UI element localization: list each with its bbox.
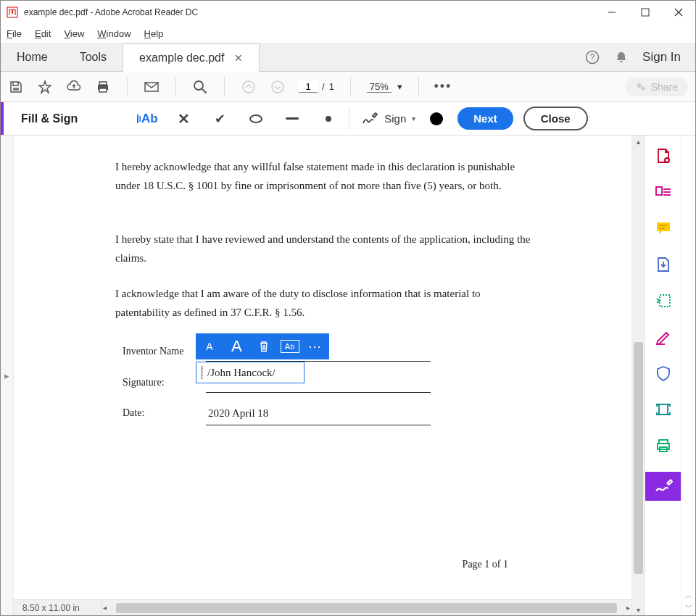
annotation-more-button[interactable]: ⋯ xyxy=(304,336,326,357)
share-button[interactable]: Share xyxy=(625,78,688,96)
tab-home[interactable]: Home xyxy=(1,43,64,71)
paragraph-3: I acknowledge that I am aware of the dut… xyxy=(115,284,536,322)
scroll-up-icon[interactable]: ▴ xyxy=(632,136,645,147)
drag-handle-icon[interactable] xyxy=(201,366,203,379)
chevron-down-icon: ▾ xyxy=(397,81,402,92)
scroll-right-icon[interactable]: ▸ xyxy=(626,604,630,612)
signature-label: Signature: xyxy=(123,377,165,388)
chevron-down-icon: ▾ xyxy=(412,115,415,122)
text-tool[interactable]: IAb xyxy=(138,110,156,128)
svg-rect-26 xyxy=(659,404,668,415)
line-tool[interactable] xyxy=(283,110,301,128)
tab-close-icon[interactable]: ✕ xyxy=(234,52,243,64)
decrease-text-button[interactable]: A xyxy=(199,336,220,357)
app-window: example dec.pdf - Adobe Acrobat Reader D… xyxy=(0,0,696,616)
svg-line-12 xyxy=(202,89,206,93)
text-annotation-toolbar: A A Ab ⋯ xyxy=(196,333,329,359)
page-indicator: / 1 xyxy=(299,81,334,93)
menu-edit[interactable]: Edit xyxy=(35,28,51,39)
pdf-page[interactable]: I hereby acknowledge that any willful fa… xyxy=(14,136,631,599)
tab-tools[interactable]: Tools xyxy=(64,43,123,71)
right-panel-toggle: ︿ ﹀ xyxy=(681,136,695,615)
color-picker[interactable] xyxy=(430,112,443,125)
main-toolbar: / 1 75% ▾ ••• Share xyxy=(1,72,695,102)
fill-sign-tool-icon[interactable] xyxy=(645,472,682,501)
page-current-input[interactable] xyxy=(299,81,318,93)
v-scroll-thumb[interactable] xyxy=(634,342,643,574)
titlebar: example dec.pdf - Adobe Acrobat Reader D… xyxy=(1,1,695,24)
create-pdf-icon[interactable] xyxy=(653,146,674,166)
inventor-name-label: Inventor Name xyxy=(123,346,183,357)
h-scroll-thumb[interactable] xyxy=(116,603,617,613)
zoom-value: 75% xyxy=(367,81,392,93)
checkmark-tool[interactable]: ✔ xyxy=(211,110,228,128)
menu-help[interactable]: Help xyxy=(144,28,164,39)
next-button[interactable]: Next xyxy=(457,107,513,130)
status-bar: 8.50 x 11.00 in ◂ ▸ xyxy=(14,599,631,615)
zoom-indicator[interactable]: 75% ▾ xyxy=(367,81,402,93)
menu-file[interactable]: File xyxy=(7,28,22,39)
print-tool-icon[interactable] xyxy=(653,436,674,456)
star-icon[interactable] xyxy=(37,79,53,95)
sign-button[interactable]: Sign ▾ xyxy=(361,110,415,128)
comment-icon[interactable] xyxy=(653,218,674,238)
content-area: ▸ I hereby acknowledge that any willful … xyxy=(1,136,695,615)
app-icon xyxy=(7,7,18,18)
left-panel-toggle[interactable]: ▸ xyxy=(1,136,14,615)
vertical-scrollbar[interactable]: ▴ ▾ xyxy=(631,136,645,615)
horizontal-scrollbar[interactable]: ◂ ▸ xyxy=(101,602,631,614)
delete-annotation-button[interactable] xyxy=(253,336,275,357)
cloud-icon[interactable] xyxy=(66,79,82,95)
tabbar: Home Tools example dec.pdf ✕ ? Sign In xyxy=(1,43,695,72)
scroll-left-icon[interactable]: ◂ xyxy=(103,604,107,612)
page-dimensions: 8.50 x 11.00 in xyxy=(14,603,101,613)
scan-ocr-icon[interactable] xyxy=(653,399,674,420)
menubar: File Edit View Window Help xyxy=(1,24,695,43)
page-sep: / xyxy=(322,81,325,92)
page-up-icon[interactable] xyxy=(241,79,257,95)
compress-icon[interactable] xyxy=(653,291,674,311)
tab-document-label: example dec.pdf xyxy=(139,51,224,64)
page-down-icon[interactable] xyxy=(270,79,286,95)
mail-icon[interactable] xyxy=(144,79,160,95)
signature-text-value: /John Hancock/ xyxy=(207,367,276,379)
more-icon[interactable]: ••• xyxy=(435,79,451,95)
save-icon[interactable] xyxy=(8,79,24,95)
maximize-button[interactable] xyxy=(629,1,662,24)
page-footer: Page 1 of 1 xyxy=(463,559,508,570)
signature-text-input[interactable]: /John Hancock/ xyxy=(196,362,304,383)
svg-rect-2 xyxy=(642,9,649,16)
svg-rect-9 xyxy=(99,88,107,92)
export-pdf-icon[interactable] xyxy=(653,254,674,275)
protect-icon[interactable] xyxy=(653,363,674,383)
bell-icon[interactable] xyxy=(613,49,629,65)
minimize-button[interactable] xyxy=(595,1,629,24)
close-window-button[interactable] xyxy=(662,1,695,24)
svg-point-15 xyxy=(637,83,642,88)
increase-text-button[interactable]: A xyxy=(225,336,247,357)
close-button[interactable]: Close xyxy=(523,107,588,130)
window-title: example dec.pdf - Adobe Acrobat Reader D… xyxy=(24,7,595,17)
print-icon[interactable] xyxy=(95,79,111,95)
paragraph-2: I hereby state that I have reviewed and … xyxy=(115,230,536,268)
chevron-up-icon[interactable]: ︿ xyxy=(685,591,692,601)
zoom-icon[interactable] xyxy=(192,79,208,95)
scroll-down-icon[interactable]: ▾ xyxy=(632,604,645,615)
svg-point-13 xyxy=(243,81,254,93)
organize-icon[interactable] xyxy=(653,182,674,202)
help-icon[interactable]: ? xyxy=(584,49,600,65)
chevron-down-icon[interactable]: ﹀ xyxy=(685,602,692,612)
edit-pdf-icon[interactable] xyxy=(653,327,674,347)
menu-window[interactable]: Window xyxy=(97,28,130,39)
dot-tool[interactable] xyxy=(320,110,337,128)
circle-tool[interactable] xyxy=(247,110,265,128)
tab-document[interactable]: example dec.pdf ✕ xyxy=(123,43,260,72)
svg-point-14 xyxy=(272,81,283,93)
menu-view[interactable]: View xyxy=(64,28,84,39)
text-style-button[interactable]: Ab xyxy=(281,340,299,353)
svg-rect-7 xyxy=(99,82,107,85)
x-mark-tool[interactable]: ✕ xyxy=(175,110,192,128)
signin-link[interactable]: Sign In xyxy=(642,50,681,64)
document-area: I hereby acknowledge that any willful fa… xyxy=(14,136,631,615)
right-toolbar xyxy=(645,136,681,615)
